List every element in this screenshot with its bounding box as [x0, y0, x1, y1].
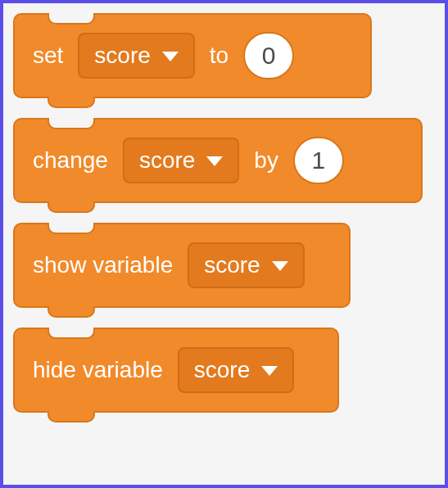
chevron-down-icon: [162, 52, 179, 61]
dropdown-value: score: [204, 252, 260, 278]
block-set-variable[interactable]: set score to 0: [13, 13, 372, 98]
value-input-text: 1: [312, 147, 326, 174]
block-label-pre: show variable: [33, 252, 173, 278]
chevron-down-icon: [272, 261, 288, 271]
chevron-down-icon: [206, 156, 223, 166]
value-input-text: 0: [262, 42, 276, 70]
block-change-variable[interactable]: change score by 1: [13, 118, 423, 203]
value-input[interactable]: 1: [293, 137, 344, 184]
dropdown-value: score: [94, 43, 150, 69]
variable-dropdown[interactable]: score: [188, 242, 304, 288]
block-palette: set score to 0 change score by 1 show va…: [13, 13, 435, 413]
block-label-pre: set: [33, 43, 63, 69]
value-input[interactable]: 0: [243, 32, 294, 79]
chevron-down-icon: [261, 366, 278, 376]
dropdown-value: score: [139, 147, 195, 174]
variable-dropdown[interactable]: score: [123, 138, 239, 183]
block-label-mid: to: [210, 43, 229, 69]
block-label-pre: change: [33, 147, 108, 174]
block-hide-variable[interactable]: hide variable score: [13, 328, 339, 413]
variable-dropdown[interactable]: score: [78, 33, 194, 79]
block-label-mid: by: [254, 147, 278, 174]
block-show-variable[interactable]: show variable score: [13, 223, 351, 308]
variable-dropdown[interactable]: score: [178, 347, 294, 393]
dropdown-value: score: [194, 357, 250, 383]
block-label-pre: hide variable: [33, 357, 163, 383]
